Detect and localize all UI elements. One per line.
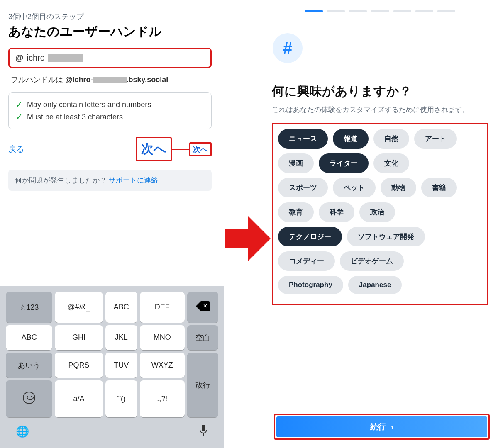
key-pqrs[interactable]: PQRS [55,353,103,378]
key-mode-123[interactable]: ☆123 [6,292,52,323]
interest-tag[interactable]: スポーツ [278,178,328,197]
progress-step [393,10,411,12]
key-wxyz[interactable]: WXYZ [140,353,185,378]
interests-subtitle: これはあなたの体験をカスタマイズするために使用されます。 [272,104,488,115]
mic-icon[interactable] [198,424,208,439]
key-jkl[interactable]: JKL [105,325,137,351]
interest-tag[interactable]: テクノロジー [278,227,342,246]
progress-indicator [272,8,488,25]
interest-tags: ニュース報道自然アート漫画ライター文化スポーツペット動物書籍教育科学政治テクノロ… [272,123,488,305]
interest-tag[interactable]: Japanese [348,276,402,294]
at-icon: @ [15,53,24,63]
back-button[interactable]: 戻る [8,144,24,155]
progress-step [305,10,323,12]
support-banner: 何か問題が発生しましたか？ サポートに連絡 [8,170,212,191]
key-abc-left[interactable]: ABC [6,325,52,351]
interest-tag[interactable]: 報道 [333,129,369,149]
interest-tag[interactable]: ニュース [278,129,328,149]
key-case[interactable]: a/A [55,380,103,417]
next-button-annotation: 次へ [189,142,212,156]
interest-tag[interactable]: 政治 [359,202,395,222]
smiley-icon [23,392,35,404]
hash-icon: # [273,33,303,63]
validation-rules: ✓ May only contain letters and numbers ✓… [8,92,212,129]
key-tuv[interactable]: TUV [105,353,137,378]
key-enter[interactable]: 改行 [187,353,218,417]
interest-tag[interactable]: 教育 [278,202,314,222]
check-icon: ✓ [15,112,23,122]
step-counter: 3個中2個目のステップ [8,12,212,22]
key-ghi[interactable]: GHI [55,325,103,351]
key-backspace[interactable] [187,292,218,323]
key-emoji[interactable] [6,380,52,417]
full-handle-hint: フルハンドルは @ichro-.bsky.social [11,75,211,85]
next-button[interactable]: 次へ [136,137,172,161]
interest-tag[interactable]: 科学 [319,202,354,222]
redacted-text [48,54,83,62]
key-symbols[interactable]: @#/&_ [55,292,103,323]
rule-text: Must be at least 3 characters [27,113,123,122]
interests-title: 何に興味がありますか？ [272,83,488,100]
continue-button[interactable]: 続行 › [276,416,487,437]
key-punct[interactable]: .,?! [140,380,185,417]
interest-tag[interactable]: 自然 [374,129,409,149]
progress-step [415,10,433,12]
interest-tag[interactable]: ビデオゲーム [340,251,404,271]
interest-tag[interactable]: 書籍 [421,178,457,197]
globe-icon[interactable]: 🌐 [16,425,29,438]
annotation-line [172,149,190,150]
key-abc[interactable]: ABC [105,292,137,323]
interest-tag[interactable]: 文化 [374,153,409,173]
key-def[interactable]: DEF [140,292,185,323]
svg-rect-0 [202,425,205,431]
check-icon: ✓ [15,100,23,109]
continue-button-highlight: 続行 › [274,414,490,440]
rule-text: May only contain letters and numbers [27,100,151,109]
interest-tag[interactable]: 漫画 [278,153,314,173]
support-link[interactable]: サポートに連絡 [109,176,158,184]
handle-input[interactable]: @ ichro- [8,48,212,68]
interest-tag[interactable]: ライター [319,153,369,173]
interest-tag[interactable]: ペット [333,178,376,197]
redacted-text [93,77,127,83]
handle-value: ichro- [27,53,83,63]
interest-tag[interactable]: Photography [278,276,343,294]
interest-tag[interactable]: アート [414,129,457,149]
key-kana[interactable]: あいう [6,353,52,378]
interest-tag[interactable]: ソフトウェア開発 [347,227,425,246]
interest-tag[interactable]: コメディー [278,251,335,271]
key-quotes[interactable]: '"() [105,380,137,417]
page-title: あなたのユーザーハンドル [8,23,212,40]
progress-step [371,10,389,12]
progress-step [349,10,367,12]
key-mno[interactable]: MNO [140,325,185,351]
progress-step [437,10,455,12]
chevron-right-icon: › [391,422,394,432]
soft-keyboard: ☆123 @#/&_ ABC DEF ABC GHI JKL MNO 空白 あい… [0,286,224,448]
interest-tag[interactable]: 動物 [381,178,416,197]
key-space[interactable]: 空白 [187,325,218,351]
progress-step [327,10,345,12]
annotation-arrow [225,216,271,261]
backspace-icon [196,301,210,311]
